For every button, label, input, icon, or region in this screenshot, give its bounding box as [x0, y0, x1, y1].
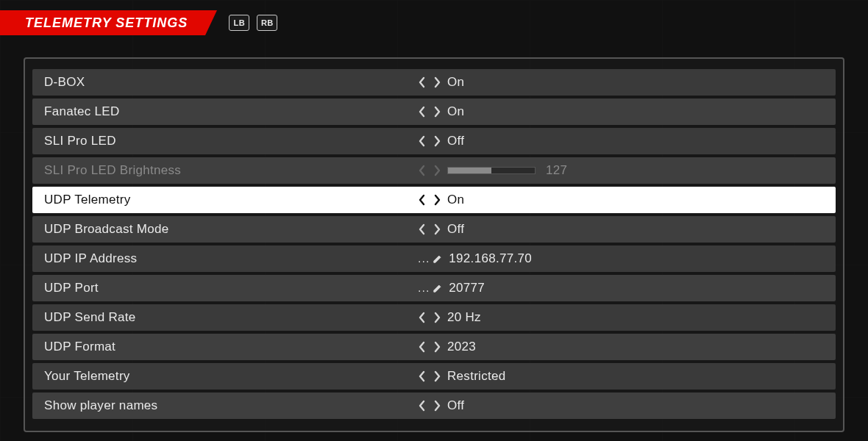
chevron-right-icon[interactable] — [433, 106, 441, 118]
chevron-right-icon[interactable] — [433, 341, 441, 353]
setting-row-udp-telemetry[interactable]: UDP Telemetry On — [32, 187, 836, 213]
setting-control: 20 Hz — [415, 310, 836, 325]
chevron-left-icon[interactable] — [418, 341, 427, 353]
setting-control: Restricted — [415, 369, 836, 384]
chevron-right-icon[interactable] — [433, 400, 441, 412]
chevron-left-icon[interactable] — [418, 400, 427, 412]
setting-value: On — [447, 193, 464, 207]
setting-row-fanatec-led[interactable]: Fanatec LED On — [32, 98, 836, 125]
brightness-slider[interactable] — [447, 167, 536, 174]
setting-row-udp-broadcast[interactable]: UDP Broadcast Mode Off — [32, 216, 836, 243]
setting-value: Restricted — [447, 369, 506, 384]
chevron-right-icon[interactable] — [433, 165, 441, 176]
chevron-left-icon[interactable] — [418, 223, 427, 235]
chevron-left-icon[interactable] — [418, 135, 427, 147]
setting-label: SLI Pro LED Brightness — [32, 163, 415, 178]
setting-control: On — [415, 75, 836, 90]
setting-label: UDP Telemetry — [32, 193, 415, 207]
bumper-left-badge[interactable]: LB — [229, 15, 249, 31]
setting-row-sli-pro-brightness[interactable]: SLI Pro LED Brightness 127 — [32, 157, 836, 184]
setting-label: UDP Format — [32, 340, 415, 354]
setting-value: Off — [447, 398, 464, 413]
setting-control: On — [415, 193, 836, 207]
setting-value: 20 Hz — [447, 310, 481, 325]
setting-row-dbox[interactable]: D-BOX On — [32, 69, 836, 96]
setting-row-show-player-names[interactable]: Show player names Off — [32, 392, 836, 419]
chevron-right-icon[interactable] — [433, 76, 441, 88]
chevron-right-icon[interactable] — [433, 135, 441, 147]
edit-icon[interactable]: ... — [418, 252, 443, 265]
setting-row-udp-port[interactable]: UDP Port ... 20777 — [32, 275, 836, 301]
chevron-right-icon[interactable] — [433, 312, 441, 323]
chevron-left-icon[interactable] — [418, 194, 427, 206]
setting-row-your-telemetry[interactable]: Your Telemetry Restricted — [32, 363, 836, 390]
chevron-left-icon[interactable] — [418, 76, 427, 88]
bumper-right-badge[interactable]: RB — [257, 15, 277, 31]
setting-label: UDP Port — [32, 281, 415, 295]
setting-row-udp-format[interactable]: UDP Format 2023 — [32, 334, 836, 360]
setting-label: UDP Broadcast Mode — [32, 222, 415, 237]
setting-label: UDP IP Address — [32, 251, 415, 266]
setting-label: Your Telemetry — [32, 369, 415, 384]
chevron-right-icon[interactable] — [433, 370, 441, 382]
setting-value: 2023 — [447, 340, 476, 354]
setting-label: UDP Send Rate — [32, 310, 415, 325]
setting-control: Off — [415, 222, 836, 237]
setting-value: Off — [447, 134, 464, 148]
setting-value: 192.168.77.70 — [449, 251, 532, 266]
setting-label: SLI Pro LED — [32, 134, 415, 148]
setting-control: Off — [415, 398, 836, 413]
chevron-left-icon[interactable] — [418, 106, 427, 118]
settings-panel: D-BOX On Fanatec LED On SLI Pro LED Off … — [24, 57, 844, 432]
chevron-right-icon[interactable] — [433, 194, 441, 206]
setting-row-udp-ip[interactable]: UDP IP Address ... 192.168.77.70 — [32, 245, 836, 272]
setting-control: 2023 — [415, 340, 836, 354]
setting-control: ... 192.168.77.70 — [415, 251, 836, 266]
setting-row-sli-pro-led[interactable]: SLI Pro LED Off — [32, 128, 836, 154]
setting-control: On — [415, 104, 836, 119]
edit-icon[interactable]: ... — [418, 282, 443, 295]
chevron-left-icon[interactable] — [418, 370, 427, 382]
setting-value: Off — [447, 222, 464, 237]
chevron-right-icon[interactable] — [433, 223, 441, 235]
setting-label: D-BOX — [32, 75, 415, 90]
chevron-left-icon[interactable] — [418, 312, 427, 323]
setting-value: On — [447, 75, 464, 90]
page-title: TELEMETRY SETTINGS — [0, 10, 205, 35]
setting-control: 127 — [415, 163, 836, 178]
setting-value: 20777 — [449, 281, 485, 295]
setting-control: ... 20777 — [415, 281, 836, 295]
setting-label: Show player names — [32, 398, 415, 413]
setting-row-udp-send-rate[interactable]: UDP Send Rate 20 Hz — [32, 304, 836, 331]
chevron-left-icon[interactable] — [418, 165, 427, 176]
setting-value: 127 — [546, 163, 567, 178]
setting-value: On — [447, 104, 464, 119]
setting-control: Off — [415, 134, 836, 148]
setting-label: Fanatec LED — [32, 104, 415, 119]
